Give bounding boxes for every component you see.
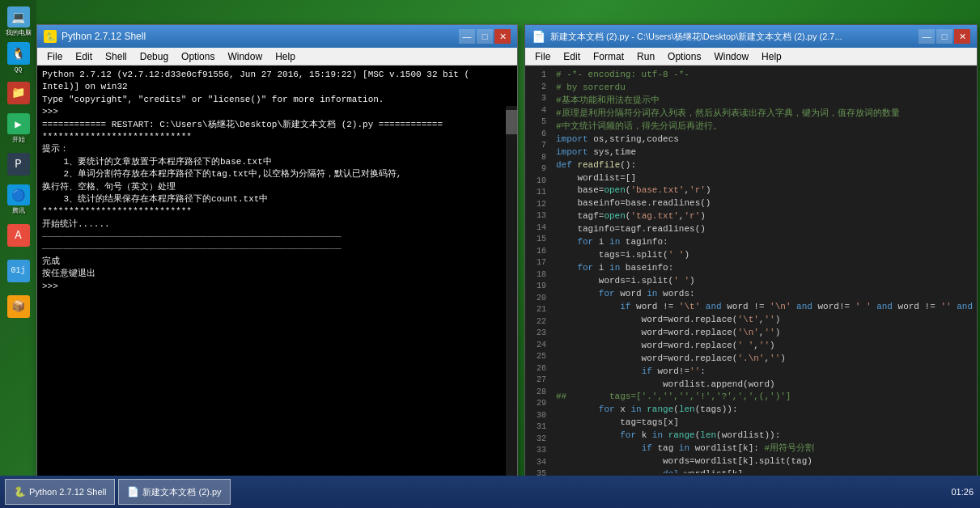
shell-close-button[interactable]: ✕ xyxy=(494,29,511,44)
code-line-27: ## tags=['.','','','!','?',',',(,')'] xyxy=(556,391,970,404)
editor-code-area[interactable]: 12345 678910 1112131415 1617181920 21222… xyxy=(525,66,977,476)
icon-label: 腾讯 xyxy=(12,206,25,215)
taskbar-editor-label: 新建文本文档 (2).py xyxy=(142,486,221,498)
code-line-19: for word in words: xyxy=(556,288,970,301)
code-line-14: taginfo=tagf.readlines() xyxy=(556,223,970,236)
shell-line-12: **************************** xyxy=(42,205,504,218)
code-line-11: base=open('base.txt','r') xyxy=(556,184,970,197)
shell-line-2: Intel)] on win32 xyxy=(42,81,504,93)
line-numbers: 12345 678910 1112131415 1617181920 21222… xyxy=(525,69,549,473)
code-line-10: wordlist=[] xyxy=(556,172,970,185)
menu-window[interactable]: Window xyxy=(221,49,269,64)
taskbar-apps: 🐍 Python 2.7.12 Shell 📄 新建文本文档 (2).py xyxy=(0,479,944,505)
code-line-2: # by sorcerdu xyxy=(556,82,970,95)
code-line-5: #中文统计词频的话，得先分词后再进行。 xyxy=(556,121,970,133)
code-editor-window: 📄 新建文本文档 (2).py - C:\Users\杨继花\Desktop\新… xyxy=(524,24,978,493)
icon-label: 开始 xyxy=(12,135,25,144)
code-line-9: def readfile(): xyxy=(556,159,970,172)
shell-line-8: 1、要统计的文章放置于本程序路径下的base.txt中 xyxy=(42,156,504,168)
taskbar-editor-button[interactable]: 📄 新建文本文档 (2).py xyxy=(118,479,230,505)
code-line-26: wordlist.append(word) xyxy=(556,379,970,392)
code-line-32: words=wordlist[k].split(tag) xyxy=(556,455,970,468)
menu-options[interactable]: Options xyxy=(175,49,221,64)
menu-debug[interactable]: Debug xyxy=(134,49,175,64)
taskbar: 🐍 Python 2.7.12 Shell 📄 新建文本文档 (2).py 01… xyxy=(0,476,980,508)
shell-line-11: 3、统计的结果保存在本程序路径下的count.txt中 xyxy=(42,193,504,205)
shell-scrollbar[interactable] xyxy=(506,106,517,476)
shell-line-3: Type "copyright", "credits" or "license(… xyxy=(42,94,504,106)
shell-line-1: Python 2.7.12 (v2.7.12:d33e0cf91556, Jun… xyxy=(42,69,504,81)
editor-menu-window[interactable]: Window xyxy=(707,49,755,64)
code-line-28: for x in range(len(tags)): xyxy=(556,404,970,417)
shell-line-10: 换行符、空格、句号（英文）处理 xyxy=(42,181,504,193)
code-line-18: words=i.split(' ') xyxy=(556,275,970,288)
shell-separator-1: ————————————————————————————————————————… xyxy=(42,231,504,243)
code-line-21: word=word.replace('\t','') xyxy=(556,314,970,327)
shell-line-4: >>> xyxy=(42,106,504,118)
code-line-12: baseinfo=base.readlines() xyxy=(556,197,970,210)
code-line-16: tags=i.split(' ') xyxy=(556,249,970,262)
shell-minimize-button[interactable]: — xyxy=(459,29,475,44)
code-line-20: if word != '\t' and word != '\n' and wor… xyxy=(556,301,970,314)
system-tray: 01:26 xyxy=(944,487,980,497)
python-icon: 🐍 xyxy=(44,30,57,43)
shell-maximize-button[interactable]: □ xyxy=(477,29,493,44)
shell-line-complete: 完成 xyxy=(42,256,504,268)
shell-line-6: **************************** xyxy=(42,131,504,143)
editor-menu-help[interactable]: Help xyxy=(755,49,788,64)
desktop-icon-tencent[interactable]: 🔵 腾讯 xyxy=(3,184,34,215)
code-line-31: if tag in wordlist[k]: #用符号分割 xyxy=(556,442,970,455)
code-line-23: word=word.replace(' ','') xyxy=(556,340,970,353)
code-line-15: for i in taginfo: xyxy=(556,236,970,249)
shell-output: Python 2.7.12 (v2.7.12:d33e0cf91556, Jun… xyxy=(37,66,517,476)
desktop-icon-01j[interactable]: 01j xyxy=(3,256,34,286)
editor-minimize-button[interactable]: — xyxy=(918,29,935,44)
code-line-33: del wordlist[k] xyxy=(556,468,970,473)
editor-menubar: File Edit Format Run Options Window Help xyxy=(525,48,977,66)
menu-edit[interactable]: Edit xyxy=(69,49,99,64)
icon-label: 我的电脑 xyxy=(6,28,32,37)
editor-icon: 📄 xyxy=(532,30,545,43)
shell-prompt: >>> xyxy=(42,281,504,293)
icon-label: QQ xyxy=(15,66,23,73)
desktop-icon-5[interactable]: P xyxy=(3,149,34,180)
desktop-icon-qq[interactable]: 🐧 QQ xyxy=(3,42,34,73)
shell-line-7: 提示： xyxy=(42,143,504,155)
code-line-13: tagf=open('tag.txt','r') xyxy=(556,210,970,223)
editor-window-controls: — □ ✕ xyxy=(918,29,970,44)
code-line-25: if word!='': xyxy=(556,366,970,379)
shell-separator-2: ————————————————————————————————————————… xyxy=(42,243,504,255)
code-content: # -*- encoding: utf-8 -*- # by sorcerdu … xyxy=(549,69,977,473)
code-line-4: #原理是利用分隔符分词存入列表，然后从列表读出存入字典，键为词，值存放词的数量 xyxy=(556,108,970,121)
desktop-icon-9[interactable]: 📦 xyxy=(3,291,34,322)
code-line-24: word=word.replace('.\n','') xyxy=(556,353,970,366)
desktop-icon-3[interactable]: 📁 xyxy=(3,78,34,108)
shell-line-13: 开始统计...... xyxy=(42,218,504,231)
editor-menu-file[interactable]: File xyxy=(528,49,557,64)
editor-maximize-button[interactable]: □ xyxy=(936,29,952,44)
code-line-22: word=word.replace('\n','') xyxy=(556,327,970,340)
code-line-1: # -*- encoding: utf-8 -*- xyxy=(556,69,970,82)
desktop-icon-start[interactable]: ▶ 开始 xyxy=(3,113,34,144)
editor-menu-format[interactable]: Format xyxy=(587,49,630,64)
editor-menu-run[interactable]: Run xyxy=(630,49,661,64)
menu-file[interactable]: File xyxy=(40,49,69,64)
shell-line-5: ============ RESTART: C:\Users\杨继花\Deskt… xyxy=(42,119,504,131)
code-line-7: import sys,time xyxy=(556,146,970,159)
shell-line-exit: 按任意键退出 xyxy=(42,268,504,280)
desktop-left-icons: 💻 我的电脑 🐧 QQ 📁 ▶ 开始 P 🔵 腾讯 A 01j 📦 xyxy=(0,0,36,476)
editor-close-button[interactable]: ✕ xyxy=(954,29,970,44)
desktop-icon-7[interactable]: A xyxy=(3,220,34,251)
shell-scrollbar-thumb[interactable] xyxy=(506,110,517,134)
menu-shell[interactable]: Shell xyxy=(99,49,134,64)
editor-menu-options[interactable]: Options xyxy=(661,49,707,64)
code-line-29: tag=tags[x] xyxy=(556,417,970,430)
shell-line-9: 2、单词分割符存放在本程序路径下的tag.txt中,以空格为分隔符，默认已对换码… xyxy=(42,168,504,180)
taskbar-shell-button[interactable]: 🐍 Python 2.7.12 Shell xyxy=(5,479,115,505)
menu-help[interactable]: Help xyxy=(269,49,302,64)
code-line-6: import os,string,codecs xyxy=(556,133,970,146)
desktop-icon-computer[interactable]: 💻 我的电脑 xyxy=(3,6,34,37)
editor-menu-edit[interactable]: Edit xyxy=(557,49,587,64)
taskbar-shell-label: Python 2.7.12 Shell xyxy=(29,487,106,497)
editor-titlebar: 📄 新建文本文档 (2).py - C:\Users\杨继花\Desktop\新… xyxy=(525,25,977,48)
